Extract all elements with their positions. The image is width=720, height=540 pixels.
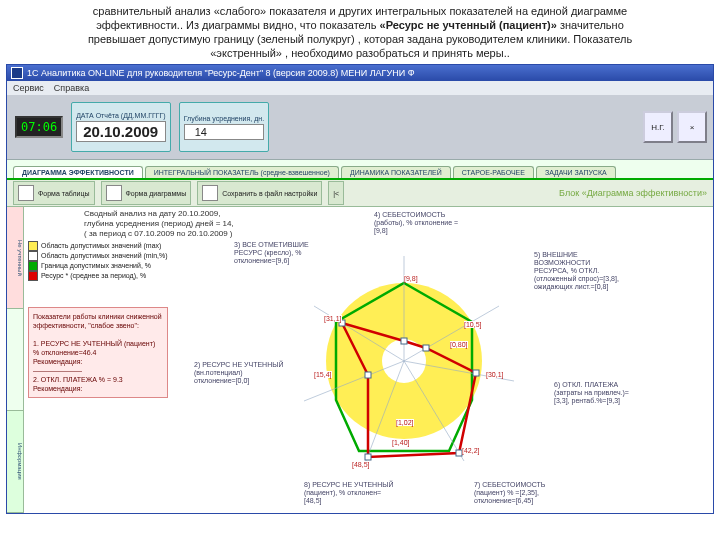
- svg-rect-11: [401, 338, 407, 344]
- side-tab-1[interactable]: Не учтенный: [7, 207, 23, 309]
- legend: Область допустимых значений (max) Област…: [28, 241, 168, 281]
- side-tab-3[interactable]: Информация: [7, 411, 23, 513]
- axis-label-4: 8) РЕСУРС НЕ УЧТЕННЫЙ (пациент), % откло…: [304, 481, 394, 505]
- clock-display: 07:06: [15, 116, 63, 138]
- app-window: 1С Аналитика ON-LINE для руководителя "Р…: [6, 64, 714, 514]
- side-tabs: Не учтенный Информация: [7, 207, 24, 513]
- axis-label-1: 5) ВНЕШНИЕ ВОЗМОЖНОСТИ РЕСУРСА, % ОТКЛ. …: [534, 251, 624, 291]
- side-tab-2[interactable]: [7, 309, 23, 411]
- tab-integral-indicator[interactable]: ИНТЕГРАЛЬНЫЙ ПОКАЗАТЕЛЬ (средне-взвешенн…: [145, 166, 339, 178]
- secondary-toolbar: Форма таблицы Форма диаграммы Сохранить …: [7, 180, 713, 207]
- pt-2: [30,1]: [486, 371, 504, 378]
- svg-rect-13: [473, 370, 479, 376]
- save-settings-group[interactable]: Сохранить в файл настройки: [197, 181, 322, 205]
- axis-label-5: 2) РЕСУРС НЕ УЧТЕННЫЙ (вн.потенциал) отк…: [194, 361, 284, 385]
- main-tabs: ДИАГРАММА ЭФФЕКТИВНОСТИ ИНТЕГРАЛЬНЫЙ ПОК…: [7, 160, 713, 180]
- pt-7: [1,02]: [396, 419, 414, 426]
- date-label: ДАТА Отчёта (ДД.ММ.ГГГГ): [76, 112, 166, 119]
- content-body: Не учтенный Информация Сводный анализ на…: [7, 207, 713, 513]
- legend-swatch-green: [28, 261, 38, 271]
- chart-icon: [106, 185, 122, 201]
- pt-6: [31,1]: [324, 315, 342, 322]
- date-input[interactable]: 20.10.2009: [76, 121, 166, 142]
- weak-link-alert: Показатели работы клиники сниженной эффе…: [28, 307, 168, 398]
- pt-0: [9,8]: [404, 275, 418, 282]
- tab-dynamics[interactable]: ДИНАМИКА ПОКАЗАТЕЛЕЙ: [341, 166, 451, 178]
- menu-help[interactable]: Справка: [54, 83, 89, 93]
- tab-old-working[interactable]: СТАРОЕ-РАБОЧЕЕ: [453, 166, 534, 178]
- legend-swatch-white: [28, 251, 38, 261]
- depth-label: Глубина усреднения, дн.: [184, 115, 264, 122]
- right-buttons: Н.Г. ×: [643, 111, 707, 143]
- explanatory-caption: сравнительный анализ «слабого» показател…: [0, 0, 720, 62]
- pt-9: [0,80]: [450, 341, 468, 348]
- tab-launch-tasks[interactable]: ЗАДАЧИ ЗАПУСКА: [536, 166, 616, 178]
- window-titlebar[interactable]: 1С Аналитика ON-LINE для руководителя "Р…: [7, 65, 713, 81]
- pt-5: [15,4]: [314, 371, 332, 378]
- svg-rect-12: [423, 345, 429, 351]
- svg-rect-16: [365, 372, 371, 378]
- form-diagram-group[interactable]: Форма диаграммы: [101, 181, 192, 205]
- svg-rect-15: [365, 454, 371, 460]
- depth-group: Глубина усреднения, дн. 14: [179, 102, 269, 152]
- app-icon: [11, 67, 23, 79]
- form-table-group[interactable]: Форма таблицы: [13, 181, 95, 205]
- menu-bar: Сервис Справка: [7, 81, 713, 95]
- axis-label-2: 6) ОТКЛ. ПЛАТЕЖА (затраты на привлеч.)=[…: [554, 381, 644, 405]
- rewind-button[interactable]: |<: [328, 181, 344, 205]
- pt-8: [1,40]: [392, 439, 410, 446]
- pt-4: [48,5]: [352, 461, 370, 468]
- block-label: Блок «Диаграмма эффективности»: [559, 188, 707, 198]
- window-title: 1С Аналитика ON-LINE для руководителя "Р…: [27, 68, 415, 78]
- pt-1: [10,5]: [464, 321, 482, 328]
- radar-chart: 4) СЕБЕСТОИМОСТЬ (работы), % отклонение …: [174, 211, 674, 511]
- menu-service[interactable]: Сервис: [13, 83, 44, 93]
- save-icon: [202, 185, 218, 201]
- tab-efficiency-diagram[interactable]: ДИАГРАММА ЭФФЕКТИВНОСТИ: [13, 166, 143, 178]
- parameters-panel: 07:06 ДАТА Отчёта (ДД.ММ.ГГГГ) 20.10.200…: [7, 95, 713, 160]
- depth-input[interactable]: 14: [184, 124, 264, 140]
- axis-label-6: 3) ВСЕ ОТМЕТИВШИЕ РЕСУРС (кресло), % отк…: [234, 241, 324, 265]
- legend-swatch-red: [28, 271, 38, 281]
- axis-label-3: 7) СЕБЕСТОИМОСТЬ (пациент) % =[2,35], от…: [474, 481, 564, 505]
- ng-button[interactable]: Н.Г.: [643, 111, 673, 143]
- pt-3: [42,2]: [462, 447, 480, 454]
- legend-swatch-yellow: [28, 241, 38, 251]
- main-canvas: Сводный анализ на дату 20.10.2009, глуби…: [24, 207, 713, 513]
- table-icon: [18, 185, 34, 201]
- close-button[interactable]: ×: [677, 111, 707, 143]
- date-group: ДАТА Отчёта (ДД.ММ.ГГГГ) 20.10.2009: [71, 102, 171, 152]
- axis-label-0: 4) СЕБЕСТОИМОСТЬ (работы), % отклонение …: [374, 211, 464, 235]
